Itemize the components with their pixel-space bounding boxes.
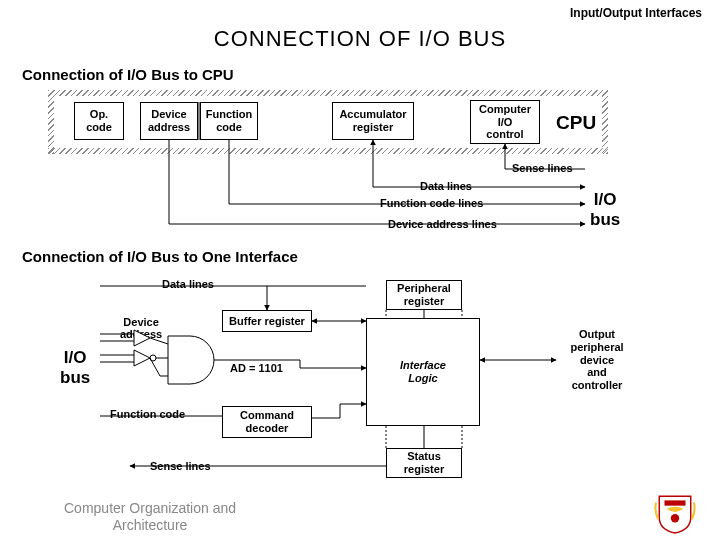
box-peripheral-register: Peripheral register <box>386 280 462 310</box>
box-device-address: Device address <box>140 102 198 140</box>
box-interface-logic: Interface Logic <box>366 318 480 426</box>
box-function-code: Function code <box>200 102 258 140</box>
box-buffer-register: Buffer register <box>222 310 312 332</box>
box-output-device: Output peripheral device and controller <box>558 312 636 408</box>
label2-device-address: Device address <box>120 316 162 340</box>
box-accumulator: Accumulator register <box>332 102 414 140</box>
box-status-register: Status register <box>386 448 462 478</box>
cpu-hatch-right <box>602 90 608 154</box>
svg-rect-14 <box>665 500 686 505</box>
label-device-address-lines: Device address lines <box>388 218 497 230</box>
box-command-decoder: Command decoder <box>222 406 312 438</box>
section2-heading: Connection of I/O Bus to One Interface <box>22 248 298 265</box>
svg-point-15 <box>671 514 679 522</box>
box-computer-io-control: Computer I/O control <box>470 100 540 144</box>
section1-heading: Connection of I/O Bus to CPU <box>22 66 234 83</box>
page-title: CONNECTION OF I/O BUS <box>0 26 720 52</box>
cpu-hatch-left <box>48 90 54 154</box>
crest-logo <box>654 492 696 534</box>
box-op-code: Op. code <box>74 102 124 140</box>
svg-point-5 <box>150 355 156 361</box>
cpu-label: CPU <box>556 112 596 134</box>
label-function-code-lines: Function code lines <box>380 197 483 209</box>
label2-ad-eq: AD = 1101 <box>230 362 283 374</box>
cpu-hatch-top <box>48 90 608 96</box>
label2-data-lines: Data lines <box>162 278 214 290</box>
label2-sense-lines: Sense lines <box>150 460 211 472</box>
label2-function-code: Function code <box>110 408 185 420</box>
io-bus-label-2: I/O bus <box>60 348 90 388</box>
io-bus-label-1: I/O bus <box>590 190 620 230</box>
svg-line-8 <box>150 358 160 376</box>
label-data-lines: Data lines <box>420 180 472 192</box>
cpu-hatch-bottom <box>48 148 608 154</box>
topic-header: Input/Output Interfaces <box>570 6 702 20</box>
footer-text: Computer Organization and Architecture <box>40 500 260 534</box>
label-sense-lines: Sense lines <box>512 162 573 174</box>
